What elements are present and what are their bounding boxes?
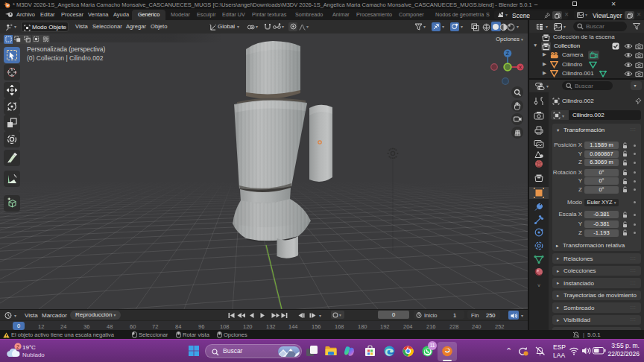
svg-text:Z: Z <box>506 51 510 56</box>
svg-text:X: X <box>519 65 523 70</box>
svg-text:2: 2 <box>16 344 19 349</box>
svg-text:˅: ˅ <box>537 283 540 288</box>
